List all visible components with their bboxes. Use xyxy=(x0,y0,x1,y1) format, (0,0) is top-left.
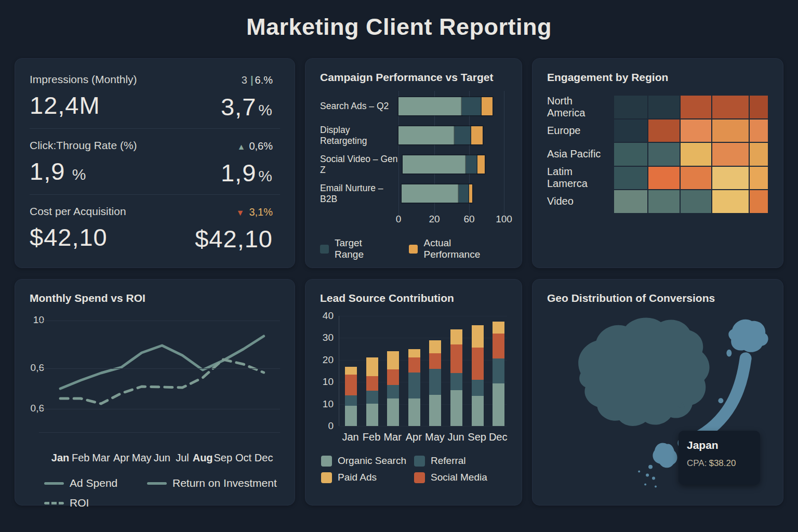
heatmap-cell[interactable] xyxy=(712,119,749,143)
island[interactable] xyxy=(648,465,653,469)
kyushu-shape[interactable] xyxy=(653,443,677,468)
heatmap-cell[interactable] xyxy=(614,142,648,166)
bar-segment-paid-ads[interactable] xyxy=(387,351,399,369)
heatmap-cell[interactable] xyxy=(614,190,648,214)
bar-segment-paid-ads[interactable] xyxy=(429,340,441,353)
stacked-bar[interactable] xyxy=(493,322,504,426)
bar-segment-organic-search[interactable] xyxy=(387,398,399,427)
campaign-bar-segment[interactable] xyxy=(403,155,466,174)
bar-segment-referral[interactable] xyxy=(345,395,357,406)
heatmap-cell[interactable] xyxy=(680,95,712,119)
bar-segment-organic-search[interactable] xyxy=(472,396,484,426)
campaign-bar[interactable] xyxy=(398,184,504,203)
legend-item[interactable]: Organic Search xyxy=(321,455,414,467)
bar-segment-social-media[interactable] xyxy=(450,344,462,373)
bar-segment-paid-ads[interactable] xyxy=(450,329,462,345)
heatmap-cell[interactable] xyxy=(680,119,712,143)
bar-segment-social-media[interactable] xyxy=(366,376,378,391)
heatmap-cell[interactable] xyxy=(749,142,768,166)
bar-segment-referral[interactable] xyxy=(493,358,504,384)
bar-segment-social-media[interactable] xyxy=(493,334,504,358)
island[interactable] xyxy=(718,398,723,403)
stacked-bar[interactable] xyxy=(366,357,378,426)
line-series-ad-spend[interactable] xyxy=(60,336,264,389)
heatmap-cell[interactable] xyxy=(749,190,768,214)
campaign-bar-segment[interactable] xyxy=(459,184,469,203)
campaign-bar-segment[interactable] xyxy=(471,126,483,144)
island[interactable] xyxy=(646,474,649,477)
bar-segment-social-media[interactable] xyxy=(387,369,399,385)
campaign-bar-segment[interactable] xyxy=(462,97,482,115)
heatmap-cell[interactable] xyxy=(614,95,648,119)
bar-segment-referral[interactable] xyxy=(366,391,378,404)
bar-segment-paid-ads[interactable] xyxy=(345,367,357,375)
hokkaido-shape[interactable] xyxy=(728,320,768,352)
heatmap-cell[interactable] xyxy=(712,190,749,214)
stacked-bar[interactable] xyxy=(472,325,484,426)
bar-segment-social-media[interactable] xyxy=(345,375,357,395)
campaign-bar-segment[interactable] xyxy=(466,155,477,174)
campaign-bar[interactable] xyxy=(398,126,504,144)
heatmap-cell[interactable] xyxy=(648,142,681,166)
bar-segment-social-media[interactable] xyxy=(429,353,441,369)
legend-item[interactable]: Social Media xyxy=(414,472,507,483)
campaign-bar[interactable] xyxy=(398,155,504,174)
bar-segment-paid-ads[interactable] xyxy=(472,325,484,348)
stacked-bar[interactable] xyxy=(429,340,441,426)
island[interactable] xyxy=(726,350,732,357)
heatmap-cell[interactable] xyxy=(749,119,768,143)
bar-segment-organic-search[interactable] xyxy=(345,406,357,426)
legend-item[interactable]: Return on Investment xyxy=(147,477,280,489)
heatmap-cell[interactable] xyxy=(648,95,681,119)
line-series-roi[interactable] xyxy=(60,360,264,404)
bar-segment-organic-search[interactable] xyxy=(366,404,378,426)
island[interactable] xyxy=(652,477,655,480)
stacked-bar[interactable] xyxy=(408,349,420,426)
bar-segment-organic-search[interactable] xyxy=(450,390,462,426)
campaign-bar-segment[interactable] xyxy=(482,97,492,115)
island[interactable] xyxy=(655,485,657,487)
bar-segment-social-media[interactable] xyxy=(472,348,484,380)
legend-item[interactable]: Paid Ads xyxy=(321,472,414,483)
legend-item[interactable]: ROI xyxy=(44,497,147,509)
heatmap-cell[interactable] xyxy=(614,119,648,143)
heatmap-cell[interactable] xyxy=(749,95,768,119)
heatmap-cell[interactable] xyxy=(648,190,681,214)
heatmap-cell[interactable] xyxy=(712,95,749,119)
campaign-bar-segment[interactable] xyxy=(402,184,459,203)
heatmap-cell[interactable] xyxy=(749,166,768,190)
stacked-bar[interactable] xyxy=(450,329,462,426)
bar-segment-referral[interactable] xyxy=(450,373,462,390)
bar-segment-paid-ads[interactable] xyxy=(408,349,420,357)
bar-segment-organic-search[interactable] xyxy=(429,395,441,426)
heatmap-cell[interactable] xyxy=(712,142,749,166)
heatmap-cell[interactable] xyxy=(712,166,749,190)
legend-item[interactable]: Target Range xyxy=(320,237,391,260)
bar-segment-paid-ads[interactable] xyxy=(366,357,378,376)
heatmap-cell[interactable] xyxy=(648,119,681,143)
campaign-bar-segment[interactable] xyxy=(477,155,485,174)
island[interactable] xyxy=(638,471,640,473)
campaign-bar-segment[interactable] xyxy=(398,126,455,144)
bar-segment-referral[interactable] xyxy=(472,380,484,396)
heatmap-cell[interactable] xyxy=(680,190,712,214)
bar-segment-organic-search[interactable] xyxy=(408,398,420,427)
legend-item[interactable]: Ad Spend xyxy=(44,477,147,489)
heatmap-cell[interactable] xyxy=(648,166,681,190)
bar-segment-referral[interactable] xyxy=(408,373,420,398)
campaign-bar[interactable] xyxy=(398,97,504,115)
bar-segment-organic-search[interactable] xyxy=(493,383,504,426)
heatmap-cell[interactable] xyxy=(680,142,712,166)
heatmap-cell[interactable] xyxy=(614,166,648,190)
stacked-bar[interactable] xyxy=(345,367,357,426)
campaign-bar-segment[interactable] xyxy=(398,97,462,115)
bar-segment-referral[interactable] xyxy=(387,385,399,398)
bar-segment-paid-ads[interactable] xyxy=(493,322,504,334)
campaign-bar-segment[interactable] xyxy=(469,184,472,203)
china-shape[interactable] xyxy=(578,318,709,426)
stacked-bar[interactable] xyxy=(387,351,399,426)
campaign-bar-segment[interactable] xyxy=(455,126,471,144)
legend-item[interactable]: Referral xyxy=(414,455,507,467)
heatmap-cell[interactable] xyxy=(680,166,712,190)
legend-item[interactable]: Actual Performance xyxy=(409,237,507,260)
